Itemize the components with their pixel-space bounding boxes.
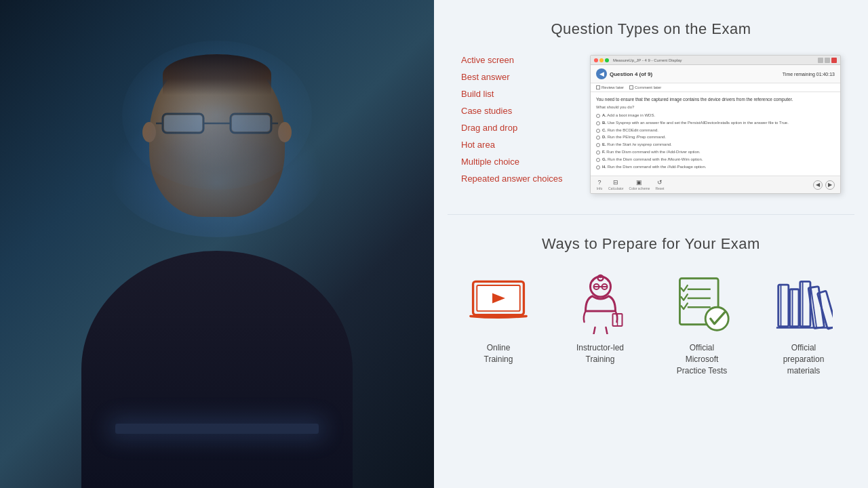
nav-arrow-icon: ◀ [596, 68, 607, 79]
radio-d [596, 136, 600, 140]
instructor-icon [566, 273, 634, 334]
titlebar-text: MeasureUp_JP - 4 9 - Current Display [613, 58, 816, 62]
comment-later-checkbox: Comment later [629, 85, 661, 89]
question-types-list: Active screen Best answer Build list Cas… [461, 55, 570, 184]
answer-c: C. Run the BCDEdit command. [596, 128, 835, 134]
answer-d: D. Run the PEImg /Prep command. [596, 135, 835, 140]
online-training-icon [465, 273, 532, 334]
prepare-item-practice: OfficialMicrosoftPractice Tests [661, 273, 743, 376]
qt-build-list[interactable]: Build list [461, 89, 570, 99]
instructor-label: Instructor-ledTraining [576, 342, 624, 365]
radio-g [596, 158, 600, 162]
radio-b [596, 121, 600, 125]
calculator-icon: ⊟ [612, 179, 619, 186]
mockup-titlebar: MeasureUp_JP - 4 9 - Current Display [591, 56, 840, 65]
review-later-checkbox: Review later [596, 85, 624, 89]
svg-point-22 [705, 307, 728, 330]
answer-h: H. Run the Dism command with the /Add-Pa… [596, 165, 835, 170]
question-text: You need to ensure that the captured ima… [596, 96, 835, 102]
footer-nav: ◀ ▶ [813, 180, 835, 190]
qt-active-screen[interactable]: Active screen [461, 55, 570, 65]
question-types-content: Active screen Best answer Build list Cas… [461, 55, 841, 194]
exam-checkboxes: Review later Comment later [591, 83, 840, 92]
color-scheme-icon: ▣ [636, 179, 643, 186]
exam-footer: ? Info ⊟ Calculator ▣ Color scheme ↺ [591, 176, 840, 193]
question-types-title: Question Types on the Exam [461, 20, 841, 38]
svg-rect-10 [481, 314, 516, 318]
prepare-section: Ways to Prepare for Your Exam [434, 215, 868, 488]
books-icon [770, 273, 837, 334]
right-panel: Question Types on the Exam Active screen… [434, 0, 868, 488]
answer-f: F. Run the Dism command with the /Add-Dr… [596, 150, 835, 155]
footer-icons: ? Info ⊟ Calculator ▣ Color scheme ↺ [596, 179, 664, 190]
checkbox-box [629, 85, 633, 89]
question-types-section: Question Types on the Exam Active screen… [434, 0, 868, 214]
answer-a: A. Add a boot image in WDS. [596, 113, 835, 119]
window-controls [818, 58, 837, 63]
calculator-icon-group: ⊟ Calculator [608, 179, 624, 190]
prepare-item-books: Officialpreparationmaterials [763, 273, 844, 376]
qt-drag-and-drop[interactable]: Drag and drop [461, 123, 570, 133]
answer-g: G. Run the Dism command with the /Mount-… [596, 157, 835, 163]
left-panel [0, 0, 434, 488]
question-subtext: What should you do? [596, 105, 835, 109]
prepare-title: Ways to Prepare for Your Exam [454, 235, 848, 253]
ctrl-btn-2 [825, 58, 830, 63]
mockup-header: ◀ Question 4 (of 9) Time remaining 01:40… [591, 65, 840, 83]
info-icon: ? [596, 179, 603, 186]
prepare-item-instructor: Instructor-ledTraining [559, 273, 641, 376]
qt-multiple-choice[interactable]: Multiple choice [461, 157, 570, 167]
radio-a [596, 114, 600, 118]
prepare-icons-grid: OnlineTraining [454, 273, 848, 376]
answer-e: E. Run the Start /w sysprep command. [596, 142, 835, 148]
online-training-label: OnlineTraining [484, 342, 513, 365]
person-body [81, 251, 353, 488]
qt-case-studies[interactable]: Case studies [461, 106, 570, 116]
checkbox-box [596, 85, 600, 89]
reset-icon: ↺ [656, 179, 663, 186]
qt-hot-area[interactable]: Hot area [461, 140, 570, 150]
svg-rect-23 [778, 285, 788, 326]
photo-layer [0, 0, 434, 488]
close-dot [594, 58, 598, 62]
radio-c [596, 129, 600, 133]
ctrl-btn-close [831, 58, 837, 63]
answer-b: B. Use Sysprep with an answer file and s… [596, 121, 835, 126]
qt-best-answer[interactable]: Best answer [461, 72, 570, 82]
info-icon-group: ? Info [596, 179, 603, 190]
previous-button[interactable]: ◀ [813, 180, 823, 190]
minimize-dot [599, 58, 604, 62]
svg-rect-25 [789, 289, 798, 327]
maximize-dot [605, 58, 609, 62]
qt-repeated-answer[interactable]: Repeated answer choices [461, 174, 570, 184]
question-number: Question 4 (of 9) [610, 71, 652, 77]
radio-e [596, 143, 600, 147]
face-glow [122, 41, 312, 190]
question-nav: ◀ Question 4 (of 9) [596, 68, 652, 79]
exam-mockup: MeasureUp_JP - 4 9 - Current Display ◀ Q… [590, 55, 841, 194]
next-button[interactable]: ▶ [825, 180, 835, 190]
prepare-item-online: OnlineTraining [458, 273, 539, 376]
ctrl-btn-1 [818, 58, 823, 63]
time-remaining: Time remaining 01:40:13 [783, 72, 835, 77]
practice-tests-label: OfficialMicrosoftPractice Tests [677, 342, 727, 376]
exam-body: You need to ensure that the captured ima… [591, 92, 840, 176]
books-label: Officialpreparationmaterials [783, 342, 825, 376]
reset-icon-group: ↺ Reset [655, 179, 664, 190]
radio-h [596, 165, 600, 169]
color-scheme-icon-group: ▣ Color scheme [629, 179, 650, 190]
practice-tests-icon [668, 273, 736, 334]
radio-f [596, 150, 600, 155]
